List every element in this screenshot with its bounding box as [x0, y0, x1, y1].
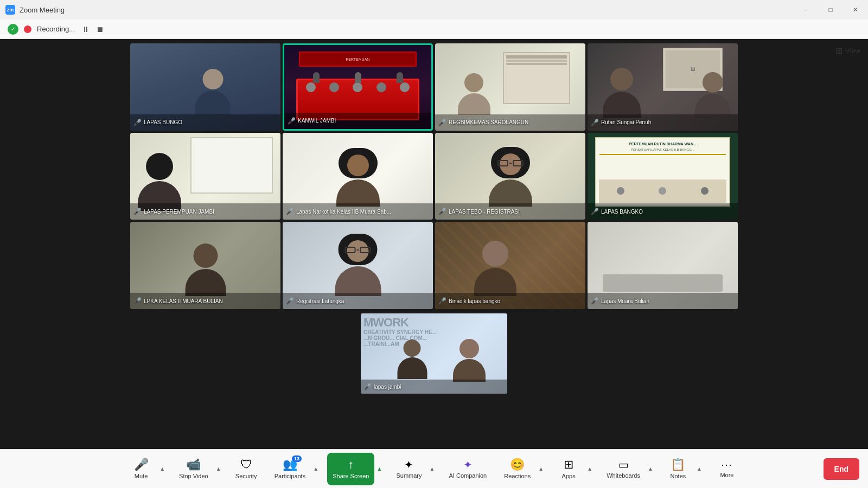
whiteboards-label: Whiteboards: [607, 472, 640, 479]
notes-button[interactable]: 📋 Notes: [662, 453, 694, 485]
mute-icon: 🎤: [134, 459, 149, 471]
mute-chevron[interactable]: ▲: [157, 453, 167, 485]
tile-label-lapas-narkotika: Lapas Narkotika Kelas IIB Muara Sab...: [296, 209, 391, 215]
recording-controls: ⏸ ⏹: [80, 24, 105, 35]
stop-recording-button[interactable]: ⏹: [94, 24, 105, 35]
stop-video-label: Stop Video: [179, 473, 208, 479]
summary-group: ✦ Summary ▲: [391, 453, 437, 485]
stop-video-group: 📹 Stop Video ▲: [174, 453, 224, 485]
stop-video-button[interactable]: 📹 Stop Video: [174, 453, 214, 485]
notes-chevron[interactable]: ▲: [694, 453, 704, 485]
end-button[interactable]: End: [824, 458, 859, 480]
share-screen-icon: ↑: [348, 459, 354, 471]
video-tile-registrasi-latungka[interactable]: 🎤 Registrasi Latungka: [283, 222, 433, 309]
apps-button[interactable]: ⊞ Apps: [552, 453, 585, 485]
summary-icon: ✦: [404, 459, 413, 470]
share-screen-label: Share Screen: [333, 473, 369, 479]
summary-button[interactable]: ✦ Summary: [391, 453, 427, 485]
video-area: 🎤 LAPAS BUNGO PERTEMUAN: [0, 39, 868, 449]
minimize-button[interactable]: ─: [793, 0, 818, 20]
security-group: 🛡 Security: [230, 453, 263, 485]
whiteboards-icon: ▭: [618, 459, 629, 470]
tile-label-lapas-bungo: LAPAS BUNGO: [144, 119, 182, 125]
more-label: More: [720, 472, 733, 478]
share-screen-group: ↑ Share Screen ▲: [327, 453, 384, 485]
notes-icon: 📋: [671, 459, 685, 471]
ai-companion-label: AI Companion: [449, 472, 487, 479]
more-button[interactable]: ··· More: [711, 453, 743, 485]
apps-chevron[interactable]: ▲: [585, 453, 595, 485]
video-tile-lpka-muara[interactable]: 🎤 LPKA KELAS II MUARA BULIAN: [130, 222, 280, 309]
share-screen-button[interactable]: ↑ Share Screen: [327, 453, 374, 485]
reactions-button[interactable]: 😊 Reactions: [499, 453, 536, 485]
view-button[interactable]: ⊞ View: [835, 46, 860, 56]
tile-label-lapas-perempuan: LAPAS PEREMPUAN JAMBI: [144, 209, 214, 215]
tile-label-registrasi-latungka: Registrasi Latungka: [296, 298, 344, 304]
title-bar: zm Zoom Meeting ─ □ ✕: [0, 0, 868, 20]
view-label: View: [845, 47, 860, 55]
reactions-chevron[interactable]: ▲: [536, 453, 546, 485]
whiteboards-group: ▭ Whiteboards ▲: [601, 453, 655, 485]
security-label: Security: [235, 473, 257, 479]
video-tile-binadik-bangko[interactable]: 🎤 Binadik lapas bangko: [435, 222, 585, 309]
notes-group: 📋 Notes ▲: [662, 453, 704, 485]
summary-chevron[interactable]: ▲: [427, 453, 437, 485]
tile-label-kanwil-jambi: KANWIL JAMBI: [298, 118, 336, 124]
zoom-logo: zm: [5, 5, 15, 15]
pause-recording-button[interactable]: ⏸: [80, 24, 91, 35]
close-button[interactable]: ✕: [843, 0, 868, 20]
more-group: ··· More: [711, 453, 743, 485]
whiteboards-chevron[interactable]: ▲: [646, 453, 655, 485]
mute-group: 🎤 Mute ▲: [125, 453, 167, 485]
ai-companion-group: ✦ AI Companion: [444, 453, 493, 485]
whiteboards-button[interactable]: ▭ Whiteboards: [601, 453, 646, 485]
security-shield-icon: ✓: [8, 24, 18, 35]
toolbar: 🎤 Mute ▲ 📹 Stop Video ▲ 🛡 Security 👥 13 …: [0, 449, 868, 488]
apps-group: ⊞ Apps ▲: [552, 453, 595, 485]
video-icon: 📹: [186, 459, 201, 471]
recording-dot-icon: [24, 25, 31, 33]
video-tile-kanwil-jambi[interactable]: PERTEMUAN: [283, 43, 433, 131]
self-view-tile[interactable]: MWORK CREATIVITY SYNERGY HE... ...N GROU…: [361, 313, 507, 394]
video-tile-lapas-bangko[interactable]: PERTEMUAN RUTIN DHARMA WAN... PERSATUAN …: [588, 133, 738, 220]
share-screen-chevron[interactable]: ▲: [374, 453, 384, 485]
reactions-icon: 😊: [510, 459, 525, 471]
participants-button[interactable]: 👥 13 Participants: [269, 453, 311, 485]
ai-companion-icon: ✦: [463, 459, 473, 470]
video-grid: 🎤 LAPAS BUNGO PERTEMUAN: [130, 43, 738, 309]
tile-label-rutan-sungai: Rutan Sungai Penuh: [601, 119, 651, 125]
tile-label-lapas-bangko: LAPAS BANGKO: [601, 209, 643, 215]
video-tile-lapas-bungo[interactable]: 🎤 LAPAS BUNGO: [130, 43, 280, 131]
maximize-button[interactable]: □: [818, 0, 843, 20]
tile-label-lapas-muara-bulian: Lapas Muara Bulian: [601, 298, 649, 304]
video-tile-regbimkemas[interactable]: 🎤 REGBIMKEMAS SAROLANGUN: [435, 43, 585, 131]
stop-video-chevron[interactable]: ▲: [214, 453, 224, 485]
video-tile-lapas-muara-bulian[interactable]: 🎤 Lapas Muara Bulian: [588, 222, 738, 309]
more-icon: ···: [721, 460, 732, 470]
participants-group: 👥 13 Participants ▲: [269, 453, 321, 485]
video-tile-lapas-narkotika[interactable]: 🎤 Lapas Narkotika Kelas IIB Muara Sab...: [283, 133, 433, 220]
mute-button[interactable]: 🎤 Mute: [125, 453, 157, 485]
recording-label: Recording...: [37, 25, 75, 33]
participants-chevron[interactable]: ▲: [311, 453, 321, 485]
apps-icon: ⊞: [564, 459, 573, 471]
notes-label: Notes: [671, 473, 686, 479]
participants-count-badge: 13: [292, 455, 302, 462]
tile-label-binadik-bangko: Binadik lapas bangko: [449, 298, 500, 304]
self-view-label: lapas jambi: [374, 384, 401, 390]
video-tile-rutan-sungai[interactable]: 🖼 🎤 Rutan Sungai Penuh: [588, 43, 738, 131]
ai-companion-button[interactable]: ✦ AI Companion: [444, 453, 493, 485]
security-icon: 🛡: [240, 459, 252, 471]
recording-bar: ✓ Recording... ⏸ ⏹ ⊞ View: [0, 20, 868, 39]
participants-label: Participants: [275, 473, 305, 479]
tile-label-regbimkemas: REGBIMKEMAS SAROLANGUN: [449, 119, 528, 125]
video-tile-lapas-perempuan[interactable]: 🎤 LAPAS PEREMPUAN JAMBI: [130, 133, 280, 220]
security-button[interactable]: 🛡 Security: [230, 453, 263, 485]
window-title: Zoom Meeting: [20, 6, 65, 14]
mute-label: Mute: [135, 473, 148, 479]
window-controls: ─ □ ✕: [793, 0, 868, 20]
reactions-group: 😊 Reactions ▲: [499, 453, 546, 485]
tile-label-lapas-tebo: LAPAS TEBO - REGISTRASI: [449, 209, 520, 215]
apps-label: Apps: [562, 473, 576, 479]
video-tile-lapas-tebo[interactable]: 🎤 LAPAS TEBO - REGISTRASI: [435, 133, 585, 220]
